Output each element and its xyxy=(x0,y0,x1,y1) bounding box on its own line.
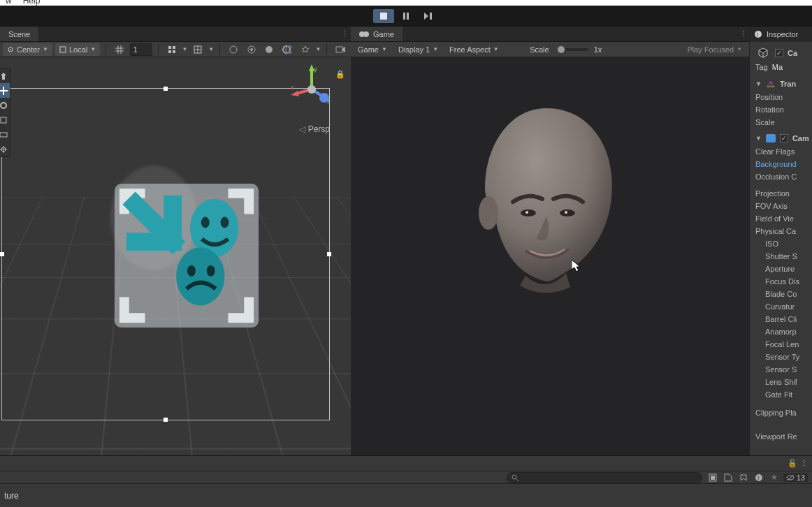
play-mode-dropdown[interactable]: Play Focused▼ xyxy=(684,43,745,56)
pause-button[interactable] xyxy=(396,9,416,23)
svg-text:y: y xyxy=(314,66,317,73)
viewport-rect-field[interactable]: Viewport Re xyxy=(755,430,809,443)
snap-grid[interactable] xyxy=(190,43,205,56)
projection-field[interactable]: Projection xyxy=(755,187,809,200)
scene-panel-menu[interactable]: ⋮ xyxy=(338,27,351,41)
clipping-planes-field[interactable]: Clipping Pla xyxy=(755,406,809,419)
focal-len-field[interactable]: Focal Len xyxy=(755,338,809,351)
menu-item[interactable]: Help xyxy=(23,0,41,6)
projection-label[interactable]: ◁ Persp xyxy=(299,124,330,134)
scale-slider[interactable] xyxy=(558,48,588,51)
inspector-tab-label[interactable]: Inspector xyxy=(767,30,798,38)
focus-dist-field[interactable]: Focus Dis xyxy=(755,275,809,288)
gameobject-icon[interactable] xyxy=(755,45,771,61)
blade-count-field[interactable]: Blade Co xyxy=(755,288,809,300)
grid-toggle[interactable] xyxy=(112,43,127,56)
hidden-count[interactable]: 13 xyxy=(783,473,808,482)
gate-fit-field[interactable]: Gate Fit xyxy=(755,388,809,401)
tag-label: Tag xyxy=(755,63,768,71)
star-icon[interactable]: ★ xyxy=(768,472,781,483)
shutter-field[interactable]: Shutter S xyxy=(755,250,809,263)
info-icon[interactable]: ! xyxy=(753,472,765,483)
sensor-type-field[interactable]: Sensor Ty xyxy=(755,351,809,363)
sensor-size-field[interactable]: Sensor S xyxy=(755,363,809,376)
aperture-field[interactable]: Aperture xyxy=(755,263,809,275)
svg-point-15 xyxy=(250,48,253,51)
svg-point-38 xyxy=(1,103,6,108)
occlusion-field[interactable]: Occlusion C xyxy=(755,170,809,183)
view-tool[interactable] xyxy=(0,68,10,83)
tag-value[interactable]: Ma xyxy=(772,63,783,71)
scene-tool-rail xyxy=(0,68,10,157)
fx-toggle[interactable] xyxy=(298,43,313,56)
status-text: ture xyxy=(4,491,19,501)
orientation-gizmo[interactable]: y x z xyxy=(291,64,333,109)
gameobject-enabled-checkbox[interactable]: ✓ xyxy=(775,49,783,57)
transform-header[interactable]: ▼ Tran xyxy=(755,77,809,91)
lock-icon[interactable]: 🔓 xyxy=(788,459,797,468)
local-icon xyxy=(59,46,66,53)
save-search-icon[interactable] xyxy=(737,472,750,483)
svg-marker-3 xyxy=(424,13,428,20)
game-panel-menu[interactable]: ⋮ xyxy=(737,27,749,41)
snap-increment[interactable] xyxy=(164,43,180,56)
tab-label: Scene xyxy=(8,30,30,38)
physical-camera-field[interactable]: Physical Ca xyxy=(755,225,809,237)
panel-menu[interactable]: ⋮ xyxy=(800,459,808,468)
display-dropdown[interactable]: Display 1▼ xyxy=(396,43,441,56)
filter-by-type-icon[interactable] xyxy=(706,472,719,483)
pivot-mode-label: Center xyxy=(17,45,40,54)
scene-subtoolbar: Center ▼ Local ▼ ▼ ▼ xyxy=(0,42,351,57)
scene-viewport[interactable]: y x z 🔒 ◁ Persp xyxy=(0,57,351,455)
project-panel: 🔓 ⋮ ! ★ 13 ture xyxy=(0,455,812,507)
step-button[interactable] xyxy=(418,9,439,23)
move-tool[interactable] xyxy=(0,83,10,98)
curvature-field[interactable]: Curvatur xyxy=(755,300,809,313)
svg-marker-49 xyxy=(572,260,580,272)
transform-tool[interactable] xyxy=(0,142,10,156)
scale-field[interactable]: Scale xyxy=(755,116,809,128)
mouse-cursor xyxy=(572,260,581,272)
grid-size-input[interactable] xyxy=(130,43,152,56)
lens-shift-field[interactable]: Lens Shif xyxy=(755,376,809,388)
lighting-toggle[interactable] xyxy=(261,43,277,56)
fov-axis-field[interactable]: FOV Axis xyxy=(755,200,809,212)
handle-space-dropdown[interactable]: Local ▼ xyxy=(55,43,100,56)
svg-line-53 xyxy=(516,479,519,481)
project-search[interactable] xyxy=(507,472,702,483)
rotate-tool[interactable] xyxy=(0,98,10,112)
gameobject-name[interactable]: Ca xyxy=(788,49,797,57)
aspect-dropdown[interactable]: Free Aspect▼ xyxy=(447,43,502,56)
game-viewport[interactable] xyxy=(351,57,749,455)
draw-mode[interactable] xyxy=(226,43,241,56)
scale-tool[interactable] xyxy=(0,112,10,127)
pivot-mode-dropdown[interactable]: Center ▼ xyxy=(3,43,52,56)
audio-toggle[interactable] xyxy=(280,43,295,56)
rotation-field[interactable]: Rotation xyxy=(755,103,809,116)
camera-bounds[interactable] xyxy=(1,88,330,420)
svg-rect-11 xyxy=(173,50,175,53)
background-field[interactable]: Background xyxy=(755,158,809,170)
clear-flags-field[interactable]: Clear Flags xyxy=(755,145,809,158)
filter-by-label-icon[interactable] xyxy=(722,472,734,483)
game-tab[interactable]: Game xyxy=(351,27,403,41)
camera-header[interactable]: ▼ ✓ Cam xyxy=(755,131,809,145)
fov-field[interactable]: Field of Vie xyxy=(755,212,809,225)
gizmo-lock-icon[interactable]: 🔒 xyxy=(335,70,345,79)
anamorphic-field[interactable]: Anamorp xyxy=(755,325,809,338)
game-render-dropdown[interactable]: Game▼ xyxy=(355,43,390,56)
iso-field[interactable]: ISO xyxy=(755,237,809,250)
stop-button[interactable] xyxy=(373,9,394,23)
svg-marker-32 xyxy=(291,91,299,96)
scene-tab[interactable]: Scene xyxy=(0,27,38,41)
camera-enabled-checkbox[interactable]: ✓ xyxy=(780,134,788,142)
barrel-clip-field[interactable]: Barrel Cli xyxy=(755,313,809,325)
svg-rect-8 xyxy=(168,46,171,49)
eye-off-icon xyxy=(786,474,795,481)
position-field[interactable]: Position xyxy=(755,91,809,103)
2d-toggle[interactable] xyxy=(244,43,259,56)
svg-point-46 xyxy=(560,210,575,216)
rect-tool[interactable] xyxy=(0,127,10,142)
camera-icon[interactable] xyxy=(333,43,348,56)
menu-item[interactable]: w xyxy=(6,0,12,6)
